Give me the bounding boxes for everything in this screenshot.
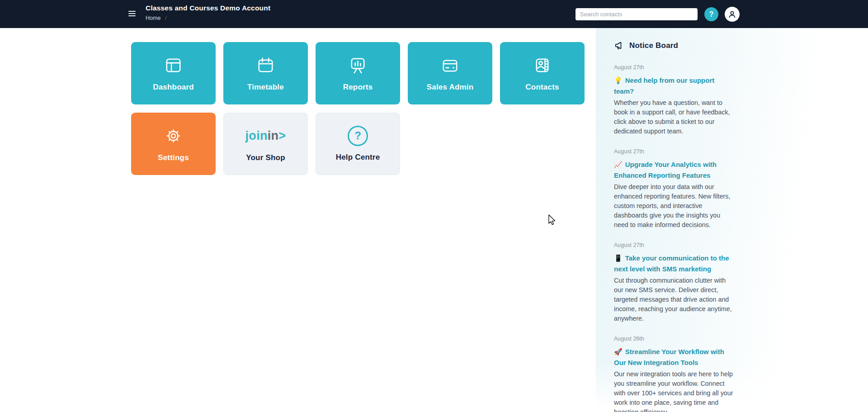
breadcrumb: Home/ (146, 15, 270, 21)
search-input[interactable] (576, 8, 698, 20)
notice-date: August 27th (614, 242, 735, 249)
notice-item: August 27th 📈Upgrade Your Analytics with… (614, 148, 735, 230)
chart-emoji-icon: 📈 (614, 161, 623, 168)
tile-sales-admin[interactable]: Sales Admin (408, 42, 492, 104)
lightbulb-emoji-icon: 💡 (614, 76, 623, 84)
breadcrumb-home[interactable]: Home (146, 15, 160, 21)
tile-reports[interactable]: Reports (316, 42, 400, 104)
tile-label: Timetable (247, 83, 284, 92)
tile-label: Contacts (525, 83, 559, 92)
search-wrap (576, 8, 698, 20)
notice-board-header: Notice Board (614, 40, 737, 51)
home-tile-grid: Dashboard Timetable Reports Sales Admin (131, 42, 592, 175)
hamburger-menu-icon[interactable] (128, 11, 136, 16)
help-circle-icon: ? (348, 126, 368, 146)
tile-dashboard[interactable]: Dashboard (131, 42, 216, 104)
notice-title-link[interactable]: 📈Upgrade Your Analytics with Enhanced Re… (614, 159, 735, 181)
notice-board-panel: Notice Board August 27th 💡Need help from… (596, 28, 868, 408)
notice-date: August 27th (614, 64, 735, 71)
notice-title-link[interactable]: 🚀Streamline Your Workflow with Our New I… (614, 346, 735, 368)
tile-label: Dashboard (153, 83, 194, 92)
user-avatar-button[interactable] (725, 7, 740, 22)
breadcrumb-separator: / (165, 15, 166, 21)
notice-item: August 27th 💡Need help from our support … (614, 64, 735, 136)
tile-label: Settings (158, 153, 189, 162)
rocket-emoji-icon: 🚀 (614, 348, 623, 355)
notice-title-link[interactable]: 💡Need help from our support team? (614, 75, 735, 97)
tile-help-centre[interactable]: ? Help Centre (316, 113, 400, 175)
nav-titles: Classes and Courses Demo Account Home/ (146, 4, 270, 21)
tile-your-shop[interactable]: joinin> Your Shop (223, 113, 308, 175)
tile-label: Your Shop (246, 153, 285, 162)
notice-date: August 27th (614, 148, 735, 155)
top-navbar: Classes and Courses Demo Account Home/ ? (0, 0, 868, 28)
notice-body: Whether you have a question, want to boo… (614, 98, 735, 136)
joinin-logo: joinin> (245, 125, 286, 147)
tile-timetable[interactable]: Timetable (223, 42, 308, 104)
credit-card-icon (439, 55, 461, 76)
account-title: Classes and Courses Demo Account (146, 4, 270, 12)
tile-contacts[interactable]: Contacts (500, 42, 585, 104)
help-button[interactable]: ? (704, 7, 718, 21)
phone-emoji-icon: 📱 (614, 254, 623, 262)
notice-body: Cut through communication clutter with o… (614, 276, 735, 323)
gear-icon (163, 125, 184, 147)
notice-board-title: Notice Board (629, 41, 678, 50)
notice-body: Dive deeper into your data with our enha… (614, 182, 735, 230)
address-book-icon (532, 55, 553, 76)
dashboard-icon (163, 55, 184, 76)
notice-item: August 27th 📱Take your communication to … (614, 242, 735, 323)
presentation-chart-icon (347, 55, 368, 76)
tile-settings[interactable]: Settings (131, 113, 216, 175)
person-icon (727, 9, 737, 19)
megaphone-icon (614, 40, 624, 51)
notice-body: Our new integration tools are here to he… (614, 369, 735, 412)
tile-label: Help Centre (336, 153, 380, 162)
tile-label: Reports (343, 83, 373, 92)
notice-item: August 26th 🚀Streamline Your Workflow wi… (614, 336, 735, 412)
tile-label: Sales Admin (427, 83, 474, 92)
notice-title-link[interactable]: 📱Take your communication to the next lev… (614, 253, 735, 275)
question-mark-icon: ? (709, 10, 714, 19)
mouse-cursor (547, 214, 557, 226)
notice-date: August 26th (614, 336, 735, 342)
calendar-icon (255, 55, 276, 76)
